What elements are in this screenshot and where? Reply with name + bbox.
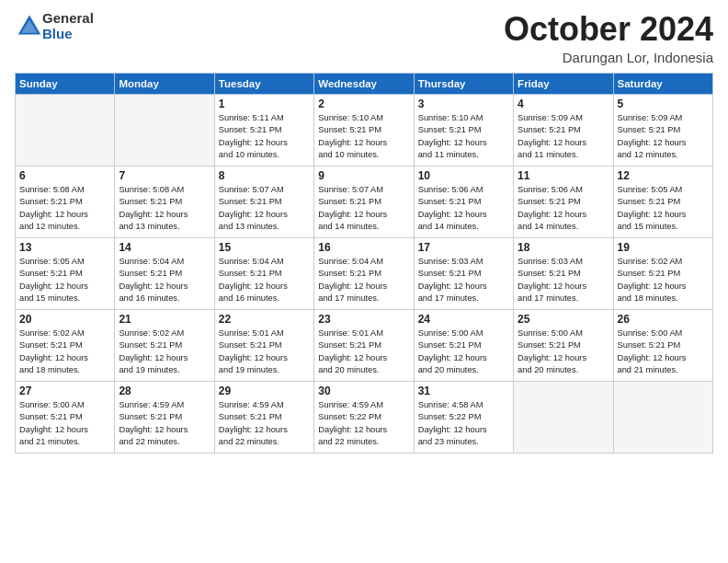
- day-number: 27: [19, 385, 110, 397]
- day-info: Sunrise: 5:02 AMSunset: 5:21 PMDaylight:…: [618, 256, 709, 305]
- calendar-week-2: 6Sunrise: 5:08 AMSunset: 5:21 PMDaylight…: [16, 166, 713, 237]
- calendar-cell: 5Sunrise: 5:09 AMSunset: 5:21 PMDaylight…: [613, 94, 712, 166]
- logo-icon: [17, 12, 42, 38]
- day-number: 3: [418, 98, 509, 110]
- calendar-cell: 17Sunrise: 5:03 AMSunset: 5:21 PMDayligh…: [414, 237, 513, 309]
- calendar-week-5: 27Sunrise: 5:00 AMSunset: 5:21 PMDayligh…: [16, 381, 713, 453]
- calendar-cell: 26Sunrise: 5:00 AMSunset: 5:21 PMDayligh…: [613, 309, 712, 381]
- calendar-cell: 16Sunrise: 5:04 AMSunset: 5:21 PMDayligh…: [314, 237, 414, 309]
- day-info: Sunrise: 5:07 AMSunset: 5:21 PMDaylight:…: [318, 184, 409, 234]
- day-info: Sunrise: 4:59 AMSunset: 5:21 PMDaylight:…: [119, 399, 210, 449]
- calendar-cell: 21Sunrise: 5:02 AMSunset: 5:21 PMDayligh…: [115, 309, 214, 381]
- calendar-cell: 30Sunrise: 4:59 AMSunset: 5:22 PMDayligh…: [314, 381, 414, 453]
- day-number: 8: [219, 169, 310, 182]
- day-number: 9: [318, 169, 409, 182]
- day-info: Sunrise: 5:06 AMSunset: 5:21 PMDaylight:…: [518, 184, 609, 234]
- weekday-header-tuesday: Tuesday: [214, 73, 313, 94]
- day-info: Sunrise: 5:00 AMSunset: 5:21 PMDaylight:…: [618, 327, 709, 377]
- calendar-cell: 27Sunrise: 5:00 AMSunset: 5:21 PMDayligh…: [16, 381, 115, 453]
- calendar-cell: 1Sunrise: 5:11 AMSunset: 5:21 PMDaylight…: [214, 94, 313, 166]
- weekday-header-saturday: Saturday: [613, 73, 712, 94]
- day-number: 18: [518, 241, 609, 254]
- day-number: 26: [618, 313, 709, 326]
- day-info: Sunrise: 5:00 AMSunset: 5:21 PMDaylight:…: [418, 327, 509, 377]
- day-info: Sunrise: 5:02 AMSunset: 5:21 PMDaylight:…: [19, 327, 110, 377]
- calendar-week-1: 1Sunrise: 5:11 AMSunset: 5:21 PMDaylight…: [16, 94, 713, 166]
- day-number: 17: [418, 241, 509, 254]
- day-number: 20: [19, 313, 110, 326]
- calendar-body: 1Sunrise: 5:11 AMSunset: 5:21 PMDaylight…: [16, 94, 713, 453]
- calendar-cell: 14Sunrise: 5:04 AMSunset: 5:21 PMDayligh…: [115, 237, 214, 309]
- calendar-header: SundayMondayTuesdayWednesdayThursdayFrid…: [16, 73, 713, 94]
- day-number: 28: [119, 385, 210, 397]
- day-number: 6: [19, 169, 110, 182]
- calendar-cell: 9Sunrise: 5:07 AMSunset: 5:21 PMDaylight…: [314, 166, 414, 237]
- weekday-header-sunday: Sunday: [16, 73, 115, 94]
- day-number: 29: [219, 385, 310, 397]
- weekday-header-friday: Friday: [514, 73, 613, 94]
- calendar-cell: 24Sunrise: 5:00 AMSunset: 5:21 PMDayligh…: [414, 309, 513, 381]
- day-number: 24: [418, 313, 509, 326]
- day-info: Sunrise: 5:04 AMSunset: 5:21 PMDaylight:…: [219, 256, 310, 305]
- calendar-cell: 29Sunrise: 4:59 AMSunset: 5:21 PMDayligh…: [214, 381, 313, 453]
- logo: General Blue: [15, 11, 94, 41]
- day-info: Sunrise: 4:59 AMSunset: 5:22 PMDaylight:…: [318, 399, 409, 449]
- calendar-cell: 19Sunrise: 5:02 AMSunset: 5:21 PMDayligh…: [613, 237, 712, 309]
- calendar-cell: 12Sunrise: 5:05 AMSunset: 5:21 PMDayligh…: [613, 166, 712, 237]
- day-number: 1: [219, 98, 310, 110]
- day-number: 19: [618, 241, 709, 254]
- weekday-header-thursday: Thursday: [414, 73, 513, 94]
- day-number: 4: [518, 98, 609, 110]
- day-info: Sunrise: 4:58 AMSunset: 5:22 PMDaylight:…: [418, 399, 509, 449]
- calendar-cell: 7Sunrise: 5:08 AMSunset: 5:21 PMDaylight…: [115, 166, 214, 237]
- calendar-cell: 15Sunrise: 5:04 AMSunset: 5:21 PMDayligh…: [214, 237, 313, 309]
- day-info: Sunrise: 5:05 AMSunset: 5:21 PMDaylight:…: [618, 184, 709, 234]
- calendar-cell: 20Sunrise: 5:02 AMSunset: 5:21 PMDayligh…: [16, 309, 115, 381]
- day-number: 23: [318, 313, 409, 326]
- calendar-cell: [514, 381, 613, 453]
- calendar-cell: 31Sunrise: 4:58 AMSunset: 5:22 PMDayligh…: [414, 381, 513, 453]
- calendar-cell: 22Sunrise: 5:01 AMSunset: 5:21 PMDayligh…: [214, 309, 313, 381]
- day-number: 2: [318, 98, 409, 110]
- day-info: Sunrise: 5:07 AMSunset: 5:21 PMDaylight:…: [219, 184, 310, 234]
- logo-blue: Blue: [42, 27, 94, 42]
- day-number: 25: [518, 313, 609, 326]
- day-info: Sunrise: 5:03 AMSunset: 5:21 PMDaylight:…: [418, 256, 509, 305]
- day-number: 30: [318, 385, 409, 397]
- day-info: Sunrise: 5:10 AMSunset: 5:21 PMDaylight:…: [418, 112, 509, 162]
- calendar-cell: 23Sunrise: 5:01 AMSunset: 5:21 PMDayligh…: [314, 309, 414, 381]
- calendar-cell: 10Sunrise: 5:06 AMSunset: 5:21 PMDayligh…: [414, 166, 513, 237]
- day-info: Sunrise: 5:11 AMSunset: 5:21 PMDaylight:…: [219, 112, 310, 162]
- day-info: Sunrise: 4:59 AMSunset: 5:21 PMDaylight:…: [219, 399, 310, 449]
- calendar-cell: 11Sunrise: 5:06 AMSunset: 5:21 PMDayligh…: [514, 166, 613, 237]
- day-info: Sunrise: 5:04 AMSunset: 5:21 PMDaylight:…: [318, 256, 409, 305]
- day-info: Sunrise: 5:02 AMSunset: 5:21 PMDaylight:…: [119, 327, 210, 377]
- day-info: Sunrise: 5:09 AMSunset: 5:21 PMDaylight:…: [618, 112, 709, 162]
- day-number: 10: [418, 169, 509, 182]
- day-info: Sunrise: 5:10 AMSunset: 5:21 PMDaylight:…: [318, 112, 409, 162]
- day-info: Sunrise: 5:01 AMSunset: 5:21 PMDaylight:…: [318, 327, 409, 377]
- weekday-header-wednesday: Wednesday: [314, 73, 414, 94]
- calendar-cell: 8Sunrise: 5:07 AMSunset: 5:21 PMDaylight…: [214, 166, 313, 237]
- calendar-cell: [613, 381, 712, 453]
- day-number: 5: [618, 98, 709, 110]
- weekday-header-monday: Monday: [115, 73, 214, 94]
- day-info: Sunrise: 5:05 AMSunset: 5:21 PMDaylight:…: [19, 256, 110, 305]
- day-number: 7: [119, 169, 210, 182]
- day-number: 31: [418, 385, 509, 397]
- header: General Blue October 2024 Darungan Lor, …: [15, 11, 713, 65]
- calendar-cell: 18Sunrise: 5:03 AMSunset: 5:21 PMDayligh…: [514, 237, 613, 309]
- day-info: Sunrise: 5:06 AMSunset: 5:21 PMDaylight:…: [418, 184, 509, 234]
- day-number: 14: [119, 241, 210, 254]
- calendar-cell: [115, 94, 214, 166]
- weekday-row: SundayMondayTuesdayWednesdayThursdayFrid…: [16, 73, 713, 94]
- day-info: Sunrise: 5:01 AMSunset: 5:21 PMDaylight:…: [219, 327, 310, 377]
- calendar-cell: 3Sunrise: 5:10 AMSunset: 5:21 PMDaylight…: [414, 94, 513, 166]
- calendar-week-4: 20Sunrise: 5:02 AMSunset: 5:21 PMDayligh…: [16, 309, 713, 381]
- calendar-cell: 13Sunrise: 5:05 AMSunset: 5:21 PMDayligh…: [16, 237, 115, 309]
- day-number: 13: [19, 241, 110, 254]
- calendar-cell: 28Sunrise: 4:59 AMSunset: 5:21 PMDayligh…: [115, 381, 214, 453]
- day-number: 11: [518, 169, 609, 182]
- calendar-cell: [16, 94, 115, 166]
- calendar-cell: 25Sunrise: 5:00 AMSunset: 5:21 PMDayligh…: [514, 309, 613, 381]
